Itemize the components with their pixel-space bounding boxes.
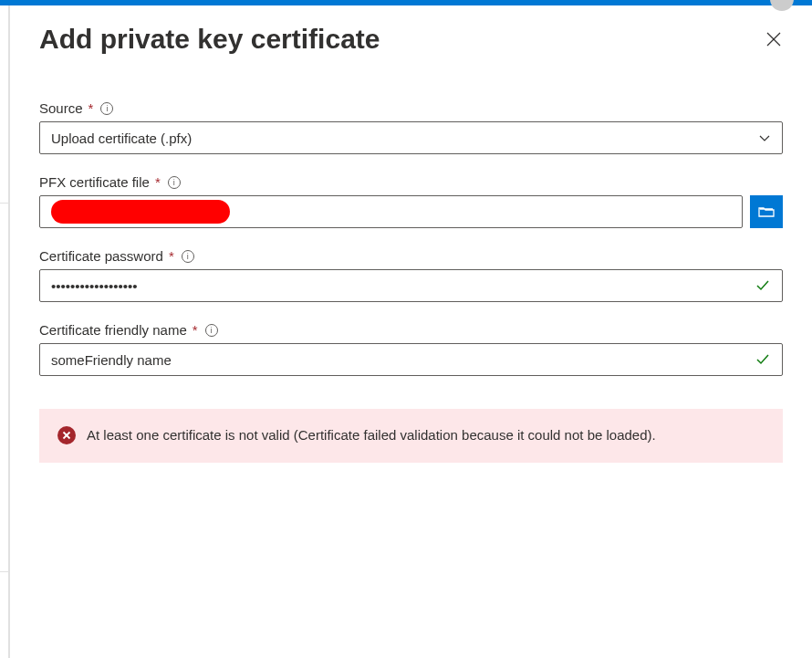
required-asterisk: * — [88, 100, 94, 116]
top-bar: DEFAULT DIRECTORY (KEELINGW... — [0, 0, 812, 5]
required-asterisk: * — [193, 322, 198, 338]
pfx-file-input[interactable] — [39, 195, 743, 228]
friendly-name-input-wrapper — [39, 343, 783, 376]
required-asterisk: * — [155, 174, 161, 190]
browse-button[interactable] — [750, 195, 783, 228]
source-label: Source * i — [39, 100, 783, 116]
close-button[interactable] — [765, 30, 783, 48]
source-field-group: Source * i Upload certificate (.pfx) — [39, 100, 783, 154]
panel-header: Add private key certificate — [39, 24, 783, 55]
pfx-file-label: PFX certificate file * i — [39, 174, 783, 190]
password-field-group: Certificate password * i — [39, 248, 783, 302]
info-icon[interactable]: i — [182, 250, 194, 263]
check-icon — [755, 277, 771, 294]
chevron-down-icon — [758, 131, 771, 144]
error-message-box: At least one certificate is not valid (C… — [39, 409, 783, 463]
info-icon[interactable]: i — [100, 102, 113, 115]
left-rail — [0, 5, 9, 658]
password-label: Certificate password * i — [39, 248, 783, 264]
pfx-file-field-group: PFX certificate file * i — [39, 174, 783, 228]
friendly-name-label: Certificate friendly name * i — [39, 322, 783, 338]
error-text: At least one certificate is not valid (C… — [87, 425, 656, 446]
folder-icon — [758, 205, 775, 218]
source-value: Upload certificate (.pfx) — [51, 131, 758, 146]
required-asterisk: * — [169, 248, 174, 264]
file-input-row — [39, 195, 783, 228]
check-icon — [755, 351, 771, 368]
page-title: Add private key certificate — [39, 24, 380, 55]
redacted-filename — [51, 200, 230, 224]
password-input[interactable] — [51, 278, 755, 294]
info-icon[interactable]: i — [168, 176, 181, 189]
source-select[interactable]: Upload certificate (.pfx) — [39, 121, 783, 154]
friendly-name-field-group: Certificate friendly name * i — [39, 322, 783, 376]
password-input-wrapper — [39, 269, 783, 302]
info-icon[interactable]: i — [205, 324, 218, 337]
friendly-name-input[interactable] — [51, 352, 755, 368]
close-icon — [766, 32, 781, 47]
error-icon — [57, 426, 76, 444]
add-certificate-panel: Add private key certificate Source * i U… — [9, 5, 812, 658]
